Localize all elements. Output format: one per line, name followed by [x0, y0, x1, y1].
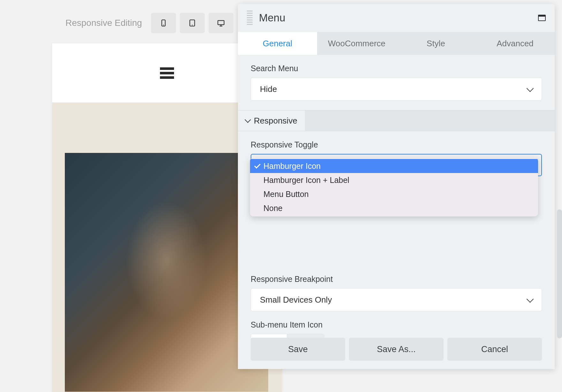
- mobile-icon: [159, 19, 168, 27]
- svg-rect-4: [218, 20, 224, 25]
- search-menu-label: Search Menu: [251, 64, 542, 73]
- tab-general[interactable]: General: [238, 32, 317, 55]
- window-toggle-icon[interactable]: [538, 15, 546, 21]
- save-as-button[interactable]: Save As...: [349, 338, 444, 361]
- chevron-down-icon: [245, 117, 251, 123]
- responsive-breakpoint-select[interactable]: Small Devices Only: [251, 288, 542, 311]
- tab-woocommerce[interactable]: WooCommerce: [317, 32, 396, 55]
- check-icon: [254, 162, 261, 169]
- responsive-breakpoint-value: Small Devices Only: [260, 295, 528, 305]
- desktop-icon: [217, 19, 225, 27]
- responsive-toggle-select[interactable]: Hamburger Icon Hamburger Icon + Label Me…: [251, 154, 542, 213]
- tab-style[interactable]: Style: [396, 32, 475, 55]
- save-button[interactable]: Save: [251, 338, 345, 361]
- chevron-down-icon: [527, 85, 534, 92]
- responsive-toggle-label: Responsive Toggle: [251, 140, 542, 149]
- dropdown-option-label: None: [263, 204, 283, 213]
- segment-none[interactable]: None: [251, 334, 287, 338]
- responsive-section-header[interactable]: Responsive: [238, 110, 555, 131]
- settings-panel: Menu General WooCommerce Style Advanced …: [238, 4, 555, 369]
- tab-advanced[interactable]: Advanced: [475, 32, 555, 55]
- scrollbar[interactable]: [557, 209, 562, 338]
- device-mobile-button[interactable]: [151, 13, 176, 33]
- device-tablet-button[interactable]: [180, 13, 205, 33]
- dropdown-option-hamburger-icon-label[interactable]: Hamburger Icon + Label: [250, 173, 538, 187]
- hamburger-icon[interactable]: [160, 67, 174, 79]
- responsive-breakpoint-label: Responsive Breakpoint: [251, 275, 542, 284]
- dropdown-option-menu-button[interactable]: Menu Button: [250, 187, 538, 201]
- search-menu-value: Hide: [260, 84, 528, 94]
- submenu-icon-label: Sub-menu Item Icon: [251, 320, 542, 329]
- responsive-editing-label: Responsive Editing: [65, 18, 142, 28]
- tablet-icon: [188, 19, 196, 27]
- dropdown-option-label: Hamburger Icon + Label: [263, 176, 349, 185]
- segment-arrow[interactable]: Arrow: [287, 334, 324, 338]
- dropdown-option-none[interactable]: None: [250, 201, 538, 215]
- dropdown-option-hamburger-icon[interactable]: Hamburger Icon: [250, 159, 538, 173]
- device-desktop-button[interactable]: [209, 13, 233, 33]
- drag-handle-icon[interactable]: [247, 11, 253, 25]
- panel-title: Menu: [259, 12, 538, 24]
- chevron-down-icon: [527, 296, 534, 303]
- search-menu-select[interactable]: Hide: [251, 78, 542, 101]
- responsive-section-label: Responsive: [254, 116, 297, 126]
- cancel-button[interactable]: Cancel: [447, 338, 542, 361]
- dropdown-option-label: Hamburger Icon: [263, 162, 321, 171]
- submenu-icon-segmented: None Arrow: [251, 334, 324, 338]
- dropdown-option-label: Menu Button: [263, 190, 309, 199]
- responsive-toggle-dropdown: Hamburger Icon Hamburger Icon + Label Me…: [250, 158, 538, 216]
